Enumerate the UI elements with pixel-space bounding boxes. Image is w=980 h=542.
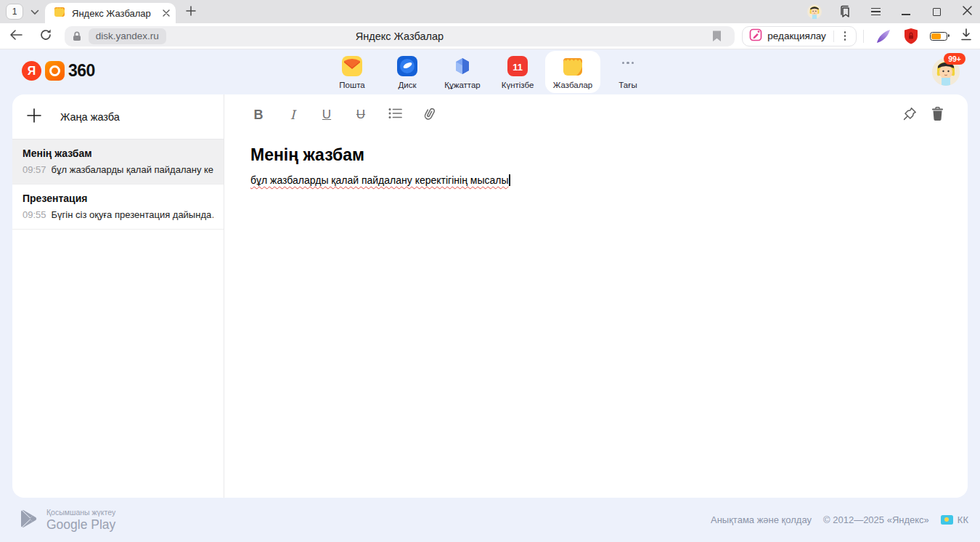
new-note-label: Жаңа жазба	[60, 111, 120, 123]
app-mail[interactable]: Пошта	[324, 51, 380, 93]
edit-mode-button[interactable]: редакциялау	[742, 26, 857, 46]
mail-icon	[341, 55, 363, 77]
page-footer: Қосымшаны жүктеу Google Play Анықтама жә…	[0, 498, 980, 542]
app-documents[interactable]: Құжаттар	[435, 51, 490, 93]
italic-button[interactable]: I	[285, 106, 301, 124]
trash-icon	[931, 107, 944, 124]
pin-icon	[903, 107, 917, 124]
google-play-caption: Қосымшаны жүктеу	[46, 508, 115, 517]
plus-icon	[186, 6, 196, 19]
more-dots-icon	[617, 55, 639, 77]
tab-count-button[interactable]: 1	[6, 4, 23, 20]
language-code: КК	[957, 514, 968, 525]
protect-shield-icon[interactable]	[902, 27, 920, 46]
tab-close-icon[interactable]	[163, 7, 170, 20]
profile-button[interactable]: 99+	[932, 58, 961, 87]
text-caret	[509, 174, 510, 186]
notes-sidebar: Жаңа жазба Менің жазбам 09:57 бұл жазбал…	[12, 94, 224, 498]
notes-favicon-icon	[54, 6, 65, 20]
bookmark-icon[interactable]	[712, 30, 722, 45]
bullet-list-button[interactable]	[387, 106, 403, 124]
back-arrow-icon	[9, 30, 23, 43]
chevron-down-icon	[30, 5, 39, 18]
divider	[863, 30, 864, 43]
divider	[833, 31, 834, 42]
note-list-item[interactable]: Презентация 09:55 Бүгін сіз оқуға презен…	[12, 185, 224, 230]
notes-icon	[562, 55, 584, 77]
pin-note-button[interactable]	[901, 106, 918, 124]
note-item-time: 09:55	[23, 209, 46, 220]
kazakhstan-flag-icon	[941, 515, 953, 525]
browser-tab[interactable]: Яндекс Жазбалар	[45, 3, 176, 23]
underline-button[interactable]: U	[319, 106, 335, 124]
copyright-text: © 2012—2025 «Яндекс»	[823, 514, 929, 525]
app-more[interactable]: Тағы	[600, 51, 656, 93]
documents-icon	[452, 55, 473, 77]
edit-pencil-icon	[749, 28, 762, 44]
yandex-logo-icon: Я	[22, 61, 41, 81]
app-label: Күнтізбе	[502, 81, 534, 89]
tab-list-chevron-button[interactable]	[28, 4, 42, 19]
delete-note-button[interactable]	[928, 106, 946, 124]
yandex-pen-extension-icon[interactable]	[875, 27, 893, 46]
note-body-text: бұл жазбаларды қалай пайдалану керектігі…	[250, 174, 508, 186]
back-button[interactable]	[7, 28, 24, 45]
note-item-title: Менің жазбам	[23, 147, 213, 159]
app-calendar[interactable]: 11 Күнтізбе	[490, 51, 545, 93]
app-label: Пошта	[339, 81, 364, 89]
calendar-icon: 11	[507, 55, 528, 77]
logo-text: 360	[68, 61, 95, 81]
app-label: Диск	[399, 81, 417, 89]
calendar-date: 11	[513, 61, 523, 72]
new-note-button[interactable]: Жаңа жазба	[12, 94, 224, 139]
window-close-button[interactable]	[960, 4, 974, 19]
downloads-button[interactable]	[957, 27, 976, 46]
notes-app-card: Жаңа жазба Менің жазбам 09:57 бұл жазбал…	[12, 94, 968, 498]
google-play-label: Google Play	[46, 517, 115, 533]
help-support-link[interactable]: Анықтама және қолдау	[711, 514, 812, 525]
strikethrough-button[interactable]: U	[353, 106, 369, 124]
language-switcher[interactable]: КК	[941, 514, 968, 525]
new-tab-button[interactable]	[183, 4, 199, 20]
note-title-field[interactable]: Менің жазбам	[250, 145, 942, 165]
minimize-icon	[902, 14, 910, 15]
reload-icon	[39, 28, 52, 44]
google-play-link[interactable]: Қосымшаны жүктеу Google Play	[20, 508, 115, 533]
restore-icon	[933, 8, 941, 16]
lock-icon[interactable]	[68, 29, 86, 44]
url-domain[interactable]: disk.yandex.ru	[89, 28, 166, 44]
note-item-preview: Бүгін сіз оқуға презентация дайында…	[52, 209, 213, 220]
window-minimize-button[interactable]	[899, 4, 913, 19]
format-toolbar: B I U U	[250, 94, 942, 135]
browser-tab-bar: 1 Яндекс Жазбалар	[0, 0, 980, 23]
notifications-badge: 99+	[944, 53, 965, 65]
app-switcher: Пошта Диск Құжаттар 11 Күнтізбе Жазбалар…	[324, 51, 656, 93]
disk-icon	[396, 55, 418, 77]
yandex-360-logo[interactable]: Я 360	[22, 61, 95, 81]
browser-profile-avatar[interactable]	[807, 4, 822, 19]
battery-saver-icon[interactable]	[930, 32, 947, 41]
app-label: Құжаттар	[444, 81, 480, 89]
browser-address-bar: disk.yandex.ru Яндекс Жазбалар редакциял…	[0, 23, 980, 49]
bold-button[interactable]: B	[250, 106, 266, 124]
attach-file-button[interactable]	[421, 106, 437, 124]
collections-icon[interactable]	[838, 4, 852, 19]
paperclip-icon	[422, 105, 436, 124]
tab-title: Яндекс Жазбалар	[72, 8, 163, 19]
edit-mode-label: редакциялау	[767, 31, 826, 41]
kebab-menu-icon[interactable]	[837, 28, 853, 44]
browser-menu-button[interactable]	[868, 4, 883, 19]
app-disk[interactable]: Диск	[380, 51, 435, 93]
service-header: Я 360 Пошта Диск Құжаттар 11 Күнтізбе Жа…	[0, 49, 980, 94]
reload-button[interactable]	[37, 28, 54, 45]
google-play-icon	[20, 509, 38, 531]
note-editor: B I U U Менің жазбам бұл жазбаларды қала…	[224, 94, 968, 498]
window-restore-button[interactable]	[929, 4, 944, 19]
download-icon	[960, 28, 972, 44]
url-input[interactable]: disk.yandex.ru Яндекс Жазбалар	[65, 26, 735, 46]
close-icon	[963, 5, 972, 18]
note-list-item[interactable]: Менің жазбам 09:57 бұл жазбаларды қалай …	[12, 139, 224, 185]
note-body-field[interactable]: бұл жазбаларды қалай пайдалану керектігі…	[250, 174, 942, 186]
note-item-title: Презентация	[23, 193, 213, 204]
app-notes[interactable]: Жазбалар	[545, 51, 600, 93]
